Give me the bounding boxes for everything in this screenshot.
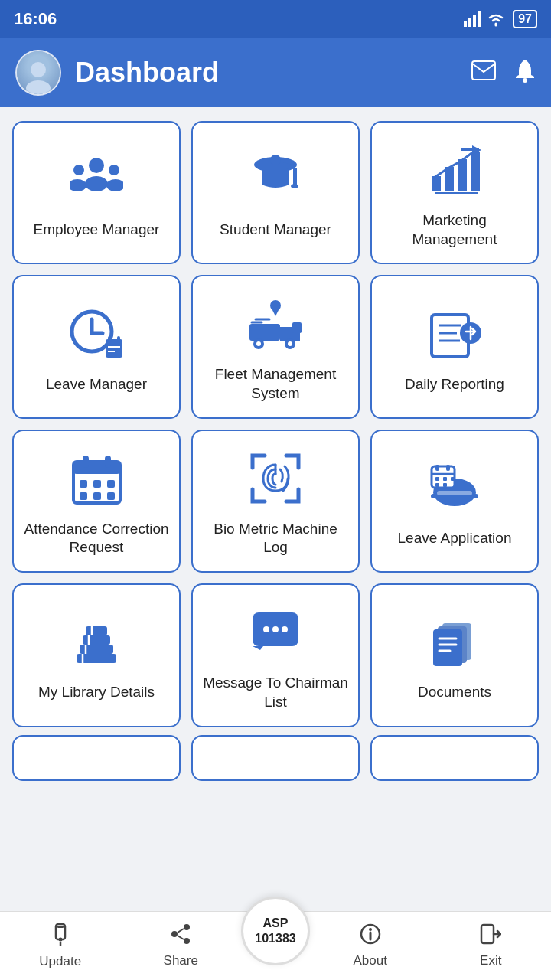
svg-rect-51 bbox=[105, 456, 111, 468]
svg-rect-52 bbox=[80, 480, 87, 488]
partial-item-2[interactable] bbox=[191, 735, 360, 781]
svg-rect-55 bbox=[80, 492, 87, 500]
header-icons bbox=[471, 58, 536, 88]
fleet-label: Fleet Management System bbox=[201, 365, 350, 403]
grid-item-library[interactable]: My Library Details bbox=[12, 583, 181, 727]
share-icon bbox=[170, 923, 191, 950]
nav-share[interactable]: Share bbox=[121, 923, 242, 969]
svg-rect-56 bbox=[93, 492, 101, 500]
svg-rect-0 bbox=[464, 21, 467, 27]
biometric-label: Bio Metric Machine Log bbox=[201, 520, 350, 557]
svg-rect-62 bbox=[437, 491, 472, 495]
svg-rect-57 bbox=[107, 492, 115, 500]
svg-rect-54 bbox=[107, 480, 115, 488]
signal-icon bbox=[464, 11, 481, 27]
svg-point-94 bbox=[184, 924, 190, 930]
avatar-image bbox=[19, 56, 57, 94]
svg-rect-50 bbox=[83, 456, 89, 468]
grid-item-student-manager[interactable]: Student Manager bbox=[191, 121, 360, 264]
svg-rect-86 bbox=[433, 629, 462, 666]
svg-rect-2 bbox=[473, 15, 476, 27]
message-chairman-label: Message To Chairman List bbox=[201, 674, 350, 711]
svg-rect-66 bbox=[446, 465, 450, 471]
svg-point-83 bbox=[282, 626, 288, 632]
svg-rect-21 bbox=[458, 159, 467, 191]
svg-rect-65 bbox=[435, 465, 439, 471]
svg-line-98 bbox=[178, 936, 184, 939]
grid-item-marketing[interactable]: Marketing Management bbox=[370, 121, 539, 264]
grid-item-leave-application[interactable]: Leave Application bbox=[370, 430, 539, 573]
avatar bbox=[15, 50, 61, 96]
nav-center-asp[interactable]: ASP101383 bbox=[241, 897, 310, 965]
svg-rect-70 bbox=[435, 483, 439, 487]
grid-item-fleet[interactable]: Fleet Management System bbox=[191, 275, 360, 418]
grid-item-leave-manager[interactable]: Leave Manager bbox=[12, 275, 181, 418]
nav-exit[interactable]: Exit bbox=[431, 923, 552, 969]
grid-item-message-chairman[interactable]: Message To Chairman List bbox=[191, 583, 360, 727]
svg-rect-69 bbox=[451, 477, 455, 481]
svg-point-11 bbox=[70, 179, 86, 191]
header: Dashboard bbox=[0, 38, 551, 107]
svg-rect-71 bbox=[443, 483, 447, 487]
svg-point-8 bbox=[89, 158, 104, 173]
status-icons: 97 bbox=[464, 10, 537, 28]
leave-manager-label: Leave Manager bbox=[46, 375, 147, 394]
svg-point-18 bbox=[291, 184, 298, 188]
partial-grid-row bbox=[0, 735, 551, 792]
svg-rect-27 bbox=[108, 336, 111, 342]
svg-point-13 bbox=[106, 179, 123, 191]
message-chairman-icon bbox=[245, 602, 306, 663]
marketing-icon bbox=[424, 139, 485, 201]
leave-manager-icon bbox=[66, 303, 127, 364]
fleet-icon bbox=[245, 293, 306, 354]
svg-rect-3 bbox=[478, 11, 481, 27]
svg-point-101 bbox=[369, 928, 372, 931]
update-label: Update bbox=[39, 954, 81, 969]
bottom-nav: Update Share ASP101383 About bbox=[0, 911, 551, 980]
svg-rect-102 bbox=[481, 925, 494, 943]
status-bar: 16:06 97 bbox=[0, 0, 551, 38]
svg-point-16 bbox=[270, 155, 281, 165]
partial-item-1[interactable] bbox=[12, 735, 181, 781]
grid-item-daily-reporting[interactable]: Daily Reporting bbox=[370, 275, 539, 418]
svg-point-96 bbox=[184, 938, 190, 944]
mail-icon[interactable] bbox=[471, 60, 496, 86]
page-title: Dashboard bbox=[75, 57, 458, 89]
grid-item-attendance[interactable]: Attendance Correction Request bbox=[12, 430, 181, 573]
svg-rect-1 bbox=[468, 18, 471, 27]
about-icon bbox=[360, 923, 381, 950]
student-manager-icon bbox=[245, 149, 306, 210]
svg-point-81 bbox=[263, 626, 269, 632]
svg-rect-6 bbox=[472, 61, 495, 80]
main-grid: Employee Manager Student Manager bbox=[0, 107, 551, 735]
wifi-icon bbox=[487, 11, 505, 27]
svg-point-92 bbox=[58, 938, 62, 942]
svg-point-12 bbox=[109, 165, 119, 175]
svg-rect-74 bbox=[83, 635, 110, 645]
svg-rect-73 bbox=[80, 645, 113, 654]
attendance-label: Attendance Correction Request bbox=[21, 520, 171, 557]
bell-icon[interactable] bbox=[514, 58, 536, 88]
svg-rect-17 bbox=[293, 168, 297, 185]
svg-rect-53 bbox=[93, 480, 101, 488]
exit-label: Exit bbox=[480, 953, 501, 969]
student-manager-label: Student Manager bbox=[220, 220, 331, 240]
svg-point-7 bbox=[523, 78, 527, 83]
svg-marker-32 bbox=[271, 307, 280, 316]
documents-label: Documents bbox=[418, 683, 491, 702]
svg-rect-49 bbox=[73, 462, 120, 474]
grid-item-biometric[interactable]: Bio Metric Machine Log bbox=[191, 430, 360, 573]
svg-point-38 bbox=[256, 341, 261, 346]
mail-svg bbox=[471, 60, 496, 80]
leave-application-icon bbox=[424, 457, 485, 518]
partial-item-3[interactable] bbox=[370, 735, 539, 781]
nav-about[interactable]: About bbox=[310, 923, 431, 969]
svg-point-10 bbox=[73, 165, 84, 175]
svg-rect-68 bbox=[443, 477, 447, 481]
documents-icon bbox=[424, 611, 485, 672]
grid-item-documents[interactable]: Documents bbox=[370, 583, 539, 727]
svg-rect-28 bbox=[117, 336, 120, 342]
nav-update[interactable]: Update bbox=[0, 923, 121, 969]
grid-item-employee-manager[interactable]: Employee Manager bbox=[12, 121, 181, 264]
svg-point-82 bbox=[272, 626, 279, 632]
